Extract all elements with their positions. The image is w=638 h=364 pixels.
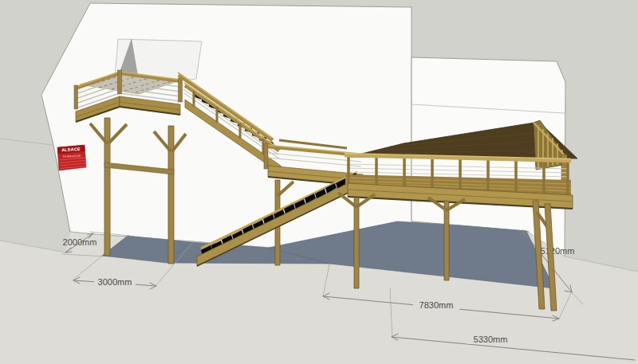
landing-corner-post <box>264 143 268 169</box>
dim-label-5120: 5120mm <box>541 246 575 256</box>
balcony-post-left <box>104 118 110 256</box>
deck-post-2 <box>444 201 449 280</box>
dim-label-7830: 7830mm <box>419 300 454 310</box>
dim-label-5330: 5330mm <box>474 335 508 344</box>
dim-label-2000: 2000mm <box>63 237 97 247</box>
dim-label-3000: 3000mm <box>98 277 132 287</box>
model-viewport[interactable]: ALSACE TERRASSE 2000mm 3000mm <box>0 0 638 364</box>
balcony-post-right <box>168 126 174 264</box>
deck-post-1 <box>354 198 359 288</box>
logo-sign: ALSACE TERRASSE <box>57 145 86 170</box>
logo-line1: ALSACE <box>61 147 81 152</box>
scene-3d: ALSACE TERRASSE 2000mm 3000mm <box>0 0 638 364</box>
